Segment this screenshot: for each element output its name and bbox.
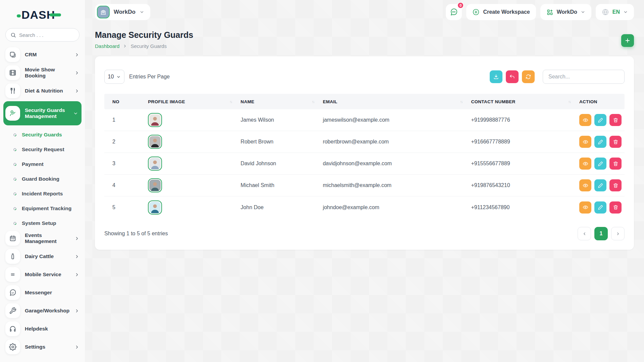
sidebar-item-label: Diet & Nutrition xyxy=(25,88,70,94)
chat-smile-icon xyxy=(5,285,20,300)
sidebar-subitem-incident-reports[interactable]: Incident Reports xyxy=(5,186,79,201)
entries-per-page-select[interactable]: 10 xyxy=(104,70,124,84)
workdo-menu-label: WorkDo xyxy=(557,9,577,15)
bullet-icon xyxy=(13,133,17,137)
pagination-prev-button[interactable] xyxy=(578,227,591,240)
pencil-icon xyxy=(598,161,603,167)
chevron-down-icon xyxy=(140,10,144,14)
plus-icon xyxy=(625,38,631,44)
row-actions xyxy=(579,114,625,126)
entries-per-page-value: 10 xyxy=(108,74,114,80)
chevron-right-icon xyxy=(123,44,127,48)
delete-button[interactable] xyxy=(609,179,622,191)
column-header-no: NO xyxy=(104,99,148,104)
sidebar-item-events-management[interactable]: Events Management xyxy=(5,231,79,246)
back-button[interactable] xyxy=(506,70,519,83)
create-workspace-label: Create Workspace xyxy=(483,9,530,15)
sidebar-subitem-security-request[interactable]: Security Request xyxy=(5,142,79,157)
row-number: 1 xyxy=(104,117,148,123)
guard-email: michaelsmith@example.com xyxy=(323,182,471,188)
sidebar: DASH CRMMovie Show BookingDiet & Nutriti… xyxy=(0,0,85,362)
view-button[interactable] xyxy=(579,179,591,191)
sidebar-item-movie-show-booking[interactable]: Movie Show Booking xyxy=(5,65,79,80)
create-workspace-button[interactable]: Create Workspace xyxy=(466,4,536,20)
table-search-input[interactable] xyxy=(543,70,625,84)
sidebar-item-diet-nutrition[interactable]: Diet & Nutrition xyxy=(5,83,79,99)
column-header-profile-image[interactable]: PROFILE IMAGE↑↓ xyxy=(148,99,240,104)
column-header-contact-number[interactable]: CONTACT NUMBER↑↓ xyxy=(471,99,579,104)
messages-button[interactable]: 0 xyxy=(446,4,462,20)
edit-button[interactable] xyxy=(594,158,606,170)
profile-image[interactable] xyxy=(148,200,162,215)
refresh-button[interactable] xyxy=(522,70,535,83)
view-button[interactable] xyxy=(579,158,591,170)
eye-icon xyxy=(583,204,588,210)
sidebar-item-dairy-cattle[interactable]: Dairy Cattle xyxy=(5,249,79,264)
profile-image[interactable] xyxy=(148,135,162,149)
sidebar-search-input[interactable] xyxy=(19,32,86,38)
column-header-name[interactable]: NAME↑↓ xyxy=(240,99,323,104)
export-button[interactable] xyxy=(490,70,502,83)
trash-icon xyxy=(613,139,619,145)
profile-image[interactable] xyxy=(148,157,162,171)
bullet-icon xyxy=(13,162,17,167)
column-header-action: ACTION xyxy=(579,99,625,104)
edit-button[interactable] xyxy=(594,114,606,126)
view-button[interactable] xyxy=(579,114,591,126)
sidebar-item-crm[interactable]: CRM xyxy=(5,47,79,62)
delete-button[interactable] xyxy=(609,201,622,214)
sidebar-search[interactable] xyxy=(5,28,79,42)
profile-image[interactable] xyxy=(148,113,162,127)
pagination: 1 xyxy=(578,227,625,240)
sidebar-subitem-system-setup[interactable]: System Setup xyxy=(5,216,79,231)
guard-contact: +916667778889 xyxy=(471,139,579,145)
sidebar-item-settings[interactable]: Settings xyxy=(5,339,79,355)
workspace-selector[interactable]: WorkDo xyxy=(95,4,150,20)
row-actions xyxy=(579,179,625,191)
sidebar-nav: CRMMovie Show BookingDiet & NutritionSec… xyxy=(5,47,79,355)
sidebar-item-messenger[interactable]: Messenger xyxy=(5,285,79,300)
topbar: WorkDo 0 Create Workspace WorkDo xyxy=(85,0,644,24)
language-code: EN xyxy=(612,9,620,15)
chevron-right-icon xyxy=(74,88,79,94)
guards-table: NOPROFILE IMAGE↑↓NAME↑↓EMAIL↑↓CONTACT NU… xyxy=(104,94,625,218)
delete-button[interactable] xyxy=(609,158,622,170)
add-guard-button[interactable] xyxy=(621,34,634,47)
column-header-email[interactable]: EMAIL↑↓ xyxy=(323,99,471,104)
milk-bottle-icon xyxy=(5,249,20,264)
dash-logo[interactable]: DASH xyxy=(5,7,79,22)
sidebar-subitem-security-guards[interactable]: Security Guards xyxy=(5,127,79,142)
breadcrumb-dashboard-link[interactable]: Dashboard xyxy=(95,43,119,49)
guards-table-card: 10 Entries Per Page NOPROFILE IMAGE↑↓NAM… xyxy=(95,56,634,250)
delete-button[interactable] xyxy=(609,136,622,148)
sidebar-subitem-payment[interactable]: Payment xyxy=(5,157,79,172)
edit-button[interactable] xyxy=(594,136,606,148)
view-button[interactable] xyxy=(579,136,591,148)
workdo-menu-button[interactable]: WorkDo xyxy=(540,4,591,20)
table-body: 1James Wilsonjameswilson@example.com+919… xyxy=(104,109,625,218)
edit-button[interactable] xyxy=(594,179,606,191)
edit-button[interactable] xyxy=(594,201,606,214)
chevron-down-icon xyxy=(623,10,628,14)
sidebar-item-helpdesk[interactable]: Helpdesk xyxy=(5,321,79,337)
language-selector[interactable]: EN xyxy=(596,4,634,20)
gear-icon xyxy=(5,340,20,354)
view-button[interactable] xyxy=(579,201,591,214)
table-row: 4Michael Smithmichaelsmith@example.com+9… xyxy=(104,175,625,196)
profile-image[interactable] xyxy=(148,178,162,192)
undo-icon xyxy=(509,74,515,80)
calendar-icon xyxy=(5,231,20,246)
sidebar-subitem-guard-booking[interactable]: Guard Booking xyxy=(5,172,79,186)
guard-email: johndoe@example.com xyxy=(323,204,471,210)
building-icon xyxy=(97,6,110,18)
sidebar-subitem-equipment-tracking[interactable]: Equipment Tracking xyxy=(5,201,79,216)
delete-button[interactable] xyxy=(609,114,622,126)
topbar-actions: 0 Create Workspace WorkDo EN xyxy=(446,4,634,20)
pagination-next-button[interactable] xyxy=(611,227,625,240)
trash-icon xyxy=(613,204,619,210)
sidebar-item-mobile-service[interactable]: Mobile Service xyxy=(5,267,79,282)
sidebar-item-garage-workshop[interactable]: Garage/Workshop xyxy=(5,303,79,318)
guard-name: James Wilson xyxy=(240,117,323,123)
sidebar-item-security-guards-management[interactable]: Security Guards Management xyxy=(3,101,82,125)
pagination-page-1-button[interactable]: 1 xyxy=(594,227,608,240)
